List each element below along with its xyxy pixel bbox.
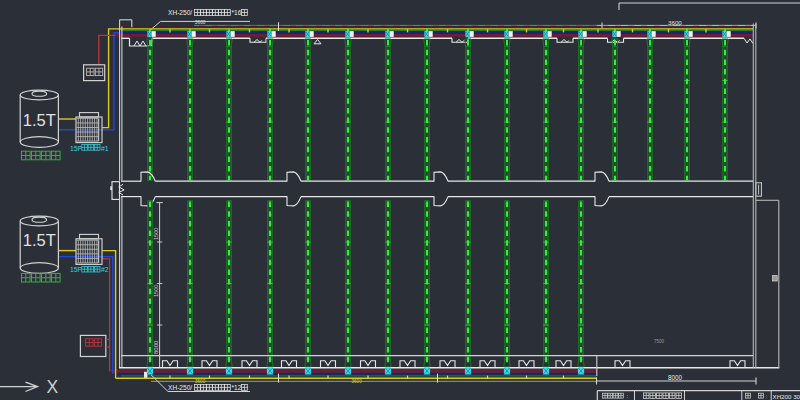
svg-text:XH200 30: XH200 30: [773, 393, 800, 400]
svg-text:3600: 3600: [668, 19, 682, 26]
svg-text:XH-250/: XH-250/: [168, 384, 192, 391]
svg-text:15P: 15P: [70, 145, 83, 152]
svg-text:3600: 3600: [195, 20, 206, 25]
svg-text:8000: 8000: [153, 340, 159, 354]
svg-text:*12: *12: [232, 384, 242, 391]
svg-text:15P: 15P: [70, 266, 83, 273]
svg-text:8000: 8000: [668, 374, 683, 381]
svg-text:1.5T: 1.5T: [23, 231, 56, 249]
svg-text:XH-250/: XH-250/: [168, 9, 192, 16]
svg-text:1.5T: 1.5T: [23, 111, 56, 129]
svg-text:#1: #1: [101, 145, 109, 152]
svg-text:1500: 1500: [153, 228, 159, 240]
svg-text:3600: 3600: [195, 379, 206, 384]
svg-text:7500: 7500: [654, 339, 665, 344]
svg-text:3600: 3600: [352, 379, 363, 384]
svg-text:#2: #2: [101, 266, 109, 273]
svg-text:X: X: [47, 377, 59, 397]
svg-text:1500: 1500: [153, 285, 159, 297]
svg-text:*16: *16: [232, 9, 242, 16]
